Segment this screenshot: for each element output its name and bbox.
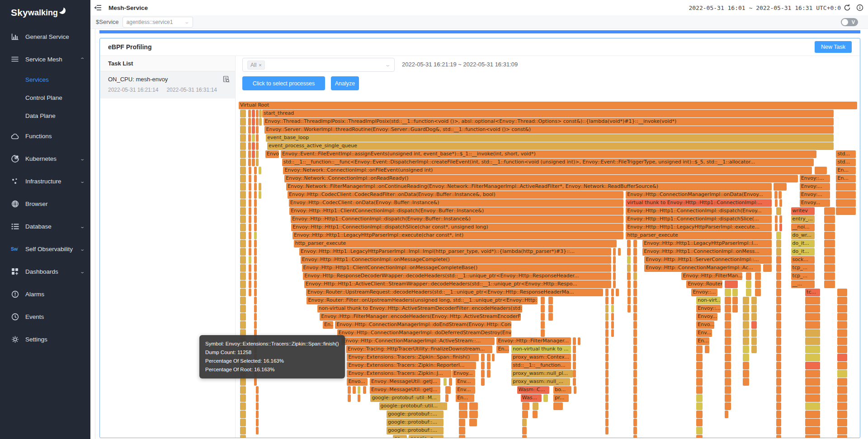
flame-frame[interactable] xyxy=(249,240,251,248)
flame-frame[interactable] xyxy=(248,118,251,126)
flame-frame[interactable]: Virtual Root xyxy=(239,102,857,109)
flame-frame[interactable] xyxy=(254,313,257,321)
flame-frame[interactable]: google::protobuf::... xyxy=(387,411,443,418)
flame-frame[interactable]: Envoy::Http::ConnectionManagerImpl::onDa… xyxy=(626,191,772,199)
flame-frame[interactable] xyxy=(573,370,576,378)
flame-frame[interactable] xyxy=(249,289,251,296)
flame-frame[interactable] xyxy=(240,386,246,394)
flame-frame[interactable] xyxy=(459,435,465,438)
flame-frame[interactable] xyxy=(776,272,781,280)
flame-frame[interactable] xyxy=(254,305,257,313)
flame-frame[interactable] xyxy=(573,346,576,353)
sidebar-item-browser[interactable]: Browser xyxy=(0,192,90,215)
flame-frame[interactable] xyxy=(605,394,609,402)
flame-frame[interactable] xyxy=(805,402,820,410)
flame-frame[interactable] xyxy=(522,419,527,426)
flame-frame[interactable] xyxy=(776,313,781,321)
flame-frame[interactable]: http_parser_execute xyxy=(294,240,617,248)
flame-frame[interactable] xyxy=(776,305,781,313)
flame-frame[interactable] xyxy=(837,313,847,321)
flame-frame[interactable]: proxy_wasm::null_pl... xyxy=(511,370,572,378)
flame-frame[interactable] xyxy=(256,159,259,166)
flame-frame[interactable] xyxy=(487,370,491,378)
flame-frame[interactable] xyxy=(254,280,257,288)
flame-frame[interactable]: Envoy::Http::Http1::ConnectionImpl::disp… xyxy=(626,207,772,215)
flame-frame[interactable] xyxy=(541,313,545,321)
flame-frame[interactable] xyxy=(445,386,451,394)
flame-frame[interactable] xyxy=(240,150,246,158)
flame-frame[interactable]: Envoy::Network::ConnectionImpl::onFileEv… xyxy=(283,167,812,174)
flame-frame[interactable]: event_base_loop xyxy=(266,134,834,142)
flame-frame[interactable] xyxy=(613,280,616,288)
flame-frame[interactable]: En... xyxy=(496,346,509,353)
flame-frame[interactable] xyxy=(613,248,616,256)
flame-frame[interactable] xyxy=(248,142,251,150)
flame-frame[interactable]: Envoy::Http::ConnectionManagerImpl::Acti… xyxy=(341,337,495,345)
flame-frame[interactable]: go... xyxy=(393,435,407,438)
flame-frame[interactable] xyxy=(776,232,781,239)
flame-frame[interactable] xyxy=(775,199,778,207)
flame-frame[interactable] xyxy=(240,280,246,288)
flame-frame[interactable] xyxy=(805,313,820,321)
flame-frame[interactable] xyxy=(240,134,246,142)
flame-frame[interactable] xyxy=(837,435,847,438)
flame-frame[interactable] xyxy=(259,167,261,174)
flame-frame[interactable] xyxy=(481,354,485,361)
flame-frame[interactable] xyxy=(254,224,257,231)
flame-frame[interactable] xyxy=(240,167,246,174)
flame-frame[interactable] xyxy=(725,346,731,353)
flame-frame[interactable] xyxy=(633,240,637,248)
flame-frame[interactable] xyxy=(743,329,749,337)
flame-frame[interactable] xyxy=(751,329,757,337)
flame-frame[interactable] xyxy=(776,280,781,288)
flame-frame[interactable]: Envoy:... xyxy=(800,191,830,199)
flame-frame[interactable] xyxy=(725,402,731,410)
flame-frame[interactable] xyxy=(605,370,609,378)
flame-frame[interactable]: Wasm::C... xyxy=(517,386,549,394)
flame-frame[interactable] xyxy=(725,321,731,329)
flame-frame[interactable] xyxy=(605,354,609,361)
flame-frame[interactable] xyxy=(256,118,259,126)
flame-frame[interactable] xyxy=(256,150,259,158)
flame-frame[interactable] xyxy=(249,224,251,231)
flame-frame[interactable] xyxy=(256,110,259,117)
flame-frame[interactable]: google::protobuf::util::M... xyxy=(370,394,440,402)
flame-frame[interactable] xyxy=(445,394,448,402)
flame-frame[interactable] xyxy=(725,297,731,304)
flame-frame[interactable] xyxy=(824,248,835,256)
flame-frame[interactable] xyxy=(696,427,703,434)
flame-frame[interactable] xyxy=(240,159,246,166)
flame-frame[interactable] xyxy=(776,240,781,248)
flame-frame[interactable] xyxy=(627,305,631,313)
flame-frame[interactable] xyxy=(743,378,749,386)
flame-frame[interactable] xyxy=(248,134,251,142)
flame-frame[interactable]: Envoy::Http::Http1::LegacyHttpParserImpl… xyxy=(299,248,611,256)
flame-frame[interactable] xyxy=(254,321,257,329)
flame-frame[interactable]: std... xyxy=(836,159,856,166)
flame-frame[interactable]: google::protobuf::util... xyxy=(379,402,447,410)
flame-frame[interactable] xyxy=(254,256,257,264)
flame-frame[interactable] xyxy=(481,370,485,378)
flame-frame[interactable] xyxy=(633,346,637,353)
flame-frame[interactable]: google::p... xyxy=(409,435,443,438)
flame-frame[interactable]: En... xyxy=(456,394,474,402)
flame-frame[interactable] xyxy=(725,370,731,378)
flame-frame[interactable] xyxy=(522,435,527,438)
flame-frame[interactable] xyxy=(487,354,491,361)
flame-frame[interactable] xyxy=(256,126,259,134)
flame-frame[interactable]: __... xyxy=(791,280,815,288)
flame-frame[interactable] xyxy=(249,175,251,182)
flame-frame[interactable] xyxy=(611,321,614,329)
flame-frame[interactable] xyxy=(605,378,609,386)
flame-frame[interactable]: __noi... xyxy=(791,224,815,231)
flame-frame[interactable] xyxy=(240,207,246,215)
flame-frame[interactable]: Envoy::Http::Http1::ConnectionImpl::disp… xyxy=(291,215,623,223)
flame-frame[interactable]: Envoy... xyxy=(696,313,717,321)
flame-frame[interactable]: google::protobuf::... xyxy=(387,419,443,426)
flame-frame[interactable] xyxy=(627,280,631,288)
flame-frame[interactable] xyxy=(522,411,528,418)
task-detail-icon[interactable] xyxy=(223,76,230,84)
flame-frame[interactable] xyxy=(605,297,609,304)
flame-frame[interactable] xyxy=(240,248,246,256)
flame-frame[interactable] xyxy=(725,354,731,361)
